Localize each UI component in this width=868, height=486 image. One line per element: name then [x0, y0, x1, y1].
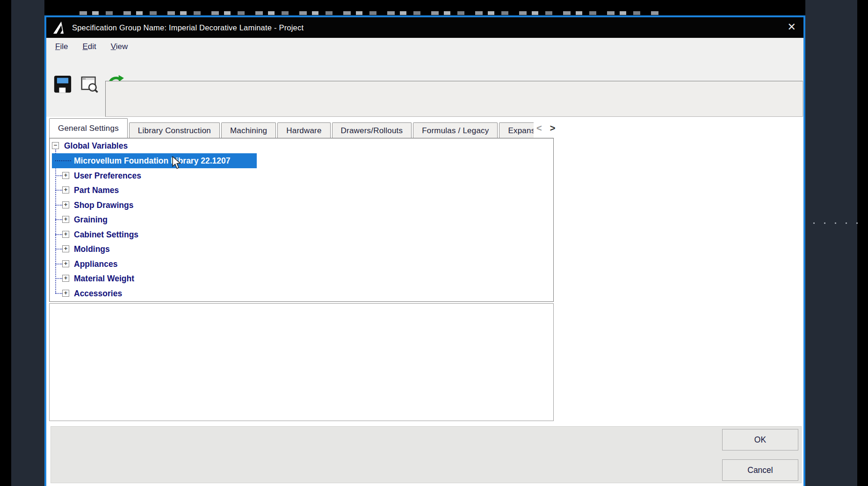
tree-item-label: Graining	[74, 212, 108, 227]
expand-toggle[interactable]: +	[62, 231, 69, 238]
menu-bar: File Edit View	[55, 38, 128, 55]
tree-stub	[55, 234, 63, 235]
background-window-toolbar-edge	[80, 11, 659, 15]
tab-strip: General Settings Library Construction Ma…	[49, 118, 534, 138]
expand-toggle[interactable]: +	[62, 201, 69, 208]
tab-drawers-rollouts[interactable]: Drawers/Rollouts	[332, 122, 412, 138]
menu-view[interactable]: View	[111, 42, 128, 51]
tab-library-construction[interactable]: Library Construction	[129, 122, 220, 138]
tree-stub	[55, 264, 63, 264]
tree-stub	[55, 175, 63, 176]
tree-item-cabinet-settings[interactable]: + Cabinet Settings	[50, 227, 553, 242]
tree-item-foundation-library[interactable]: Microvellum Foundation Library 22.1207	[50, 153, 553, 168]
tree-item-part-names[interactable]: + Part Names	[50, 183, 553, 198]
tree-item-label: Moldings	[74, 242, 110, 257]
desktop-right-strip	[805, 0, 857, 486]
mouse-cursor-icon	[172, 156, 182, 170]
tab-expansion[interactable]: Expansion	[499, 122, 534, 138]
tree-item-shop-drawings[interactable]: + Shop Drawings	[50, 198, 553, 213]
close-button[interactable]: ✕	[788, 21, 796, 33]
tree-item-label: Microvellum Foundation Library 22.1207	[74, 153, 231, 168]
tab-general-settings[interactable]: General Settings	[49, 118, 128, 138]
tree-stub	[55, 219, 63, 220]
expand-toggle[interactable]: +	[62, 290, 69, 297]
tab-scroll-right-button[interactable]: >	[550, 123, 556, 134]
tree-stub	[55, 190, 63, 191]
settings-tree: − Global Variables Microvellum Foundatio…	[49, 138, 554, 302]
ok-button[interactable]: OK	[722, 429, 798, 450]
tree-item-label: Part Names	[74, 183, 119, 198]
tree-stub	[55, 293, 63, 294]
tree-item-global-variables[interactable]: − Global Variables	[50, 138, 553, 153]
print-preview-button[interactable]	[80, 74, 99, 94]
tab-scroll-left-button[interactable]: <	[536, 123, 542, 134]
tree-stub	[55, 249, 63, 250]
tab-machining[interactable]: Machining	[221, 122, 276, 138]
expand-toggle[interactable]: +	[62, 245, 69, 252]
background-canvas-dots	[813, 222, 859, 224]
tree-item-label: Material Weight	[74, 271, 134, 286]
cancel-button[interactable]: Cancel	[722, 459, 798, 481]
tab-scroll-buttons: < >	[536, 123, 555, 134]
microvellum-logo-icon	[52, 21, 65, 35]
empty-detail-panel	[49, 303, 554, 421]
tab-formulas-legacy[interactable]: Formulas / Legacy	[413, 122, 498, 138]
collapse-toggle[interactable]: −	[52, 142, 59, 149]
tree-item-label: Appliances	[74, 257, 117, 272]
expand-toggle[interactable]: +	[62, 172, 69, 179]
floppy-disk-icon	[53, 75, 72, 93]
tree-item-graining[interactable]: + Graining	[50, 212, 553, 227]
tree-item-label: Shop Drawings	[74, 198, 133, 213]
tree-item-label: Cabinet Settings	[74, 227, 138, 242]
print-preview-icon	[80, 75, 99, 93]
desktop-left-strip	[11, 0, 44, 486]
spec-group-dialog: Specification Group Name: Imperial Decor…	[44, 15, 805, 486]
tree-item-label: User Preferences	[74, 168, 141, 183]
expand-toggle[interactable]: +	[62, 260, 69, 267]
dialog-button-bar: OK Cancel	[51, 426, 802, 483]
tree-item-appliances[interactable]: + Appliances	[50, 257, 553, 272]
tree-item-moldings[interactable]: + Moldings	[50, 242, 553, 257]
title-bar: Specification Group Name: Imperial Decor…	[46, 17, 803, 38]
tab-hardware[interactable]: Hardware	[277, 122, 330, 138]
save-button[interactable]	[53, 74, 72, 94]
menu-edit[interactable]: Edit	[82, 42, 96, 51]
menu-file[interactable]: File	[55, 42, 68, 51]
tree-stub	[55, 160, 71, 161]
dialog-title: Specification Group Name: Imperial Decor…	[72, 23, 304, 32]
expand-toggle[interactable]: +	[62, 275, 69, 282]
expand-toggle[interactable]: +	[62, 186, 69, 193]
tree-stub	[55, 278, 63, 279]
tree-item-label: Accessories	[74, 286, 122, 301]
expand-toggle[interactable]: +	[62, 216, 69, 223]
tree-item-user-preferences[interactable]: + User Preferences	[50, 168, 553, 183]
tree-item-label: Global Variables	[64, 138, 128, 153]
tree-stub	[55, 205, 63, 206]
desktop-background: Specification Group Name: Imperial Decor…	[0, 0, 868, 486]
tree-item-accessories[interactable]: + Accessories	[50, 286, 553, 301]
tree-item-material-weight[interactable]: + Material Weight	[50, 271, 553, 286]
info-panel	[105, 81, 803, 117]
